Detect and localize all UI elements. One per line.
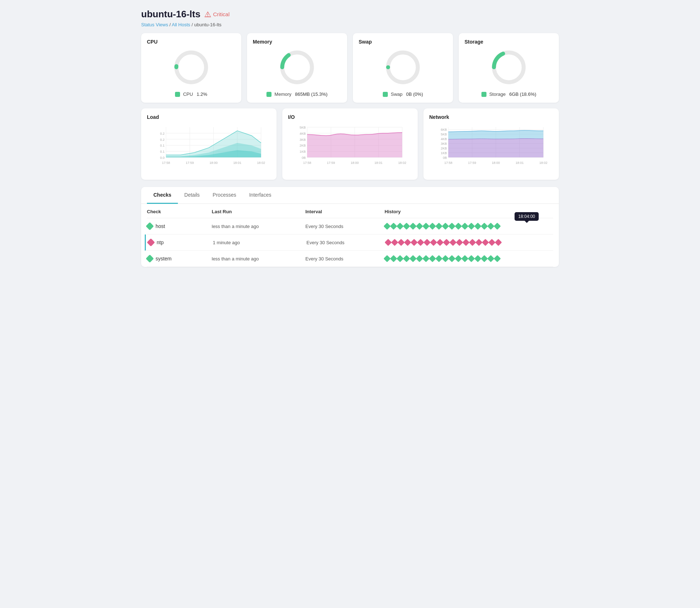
metric-title-swap: Swap bbox=[359, 39, 447, 45]
svg-text:2KB: 2KB bbox=[300, 144, 306, 147]
legend-storage: Storage 6GB (18.6%) bbox=[465, 91, 553, 97]
check-label: host bbox=[156, 223, 165, 229]
history-dot bbox=[436, 239, 444, 246]
svg-text:0.1: 0.1 bbox=[160, 144, 165, 147]
metric-card-cpu: CPU CPU 1.2% bbox=[141, 33, 241, 103]
history-dot bbox=[429, 255, 436, 262]
history-dot bbox=[482, 239, 489, 246]
history-dots bbox=[386, 240, 553, 245]
svg-point-4 bbox=[388, 53, 418, 82]
history-dots bbox=[385, 256, 553, 261]
history-dot bbox=[488, 239, 495, 246]
svg-text:5KB: 5KB bbox=[441, 133, 447, 136]
legend-label-memory: Memory bbox=[274, 91, 291, 97]
history-dot bbox=[429, 223, 436, 230]
history-dot bbox=[481, 255, 488, 262]
history-dot bbox=[474, 223, 481, 230]
svg-text:18:01: 18:01 bbox=[516, 161, 524, 165]
history-dot bbox=[390, 223, 397, 230]
chart-title-io: I/O bbox=[288, 114, 412, 120]
history-dot bbox=[442, 223, 449, 230]
tab-processes[interactable]: Processes bbox=[206, 187, 243, 204]
table-body: host less than a minute ago Every 30 Sec… bbox=[147, 218, 553, 267]
svg-text:18:02: 18:02 bbox=[539, 161, 548, 165]
history-dots: 18:04:00 bbox=[385, 224, 553, 229]
history-dot bbox=[383, 255, 391, 262]
check-status-dot bbox=[147, 238, 155, 247]
page-container: ubuntu-16-lts Critical Status Views / Al… bbox=[134, 0, 566, 276]
interval: Every 30 Seconds bbox=[305, 224, 385, 229]
chart-area-io: 5KB4KB3KB2KB1KB0B17:5817:5918:0018:0118:… bbox=[288, 124, 412, 174]
metric-title-cpu: CPU bbox=[147, 39, 235, 45]
svg-text:4KB: 4KB bbox=[441, 137, 447, 141]
svg-text:3KB: 3KB bbox=[300, 138, 306, 142]
history-dot bbox=[383, 223, 391, 230]
history-dot bbox=[461, 255, 468, 262]
chart-area-network: 6KB5KB4KB3KB2KB1KB0B17:5817:5918:0018:01… bbox=[429, 124, 553, 174]
history-dot bbox=[430, 239, 437, 246]
svg-text:0.2: 0.2 bbox=[160, 132, 165, 135]
status-label: Critical bbox=[213, 11, 230, 17]
history-dot bbox=[409, 255, 417, 262]
tab-details[interactable]: Details bbox=[178, 187, 206, 204]
col-interval: Interval bbox=[305, 209, 385, 214]
breadcrumb-all-hosts[interactable]: All Hosts bbox=[172, 22, 190, 27]
tabs-nav: ChecksDetailsProcessesInterfaces bbox=[141, 187, 559, 204]
legend-value-cpu: 1.2% bbox=[197, 91, 207, 97]
legend-value-storage: 6GB (18.6%) bbox=[509, 91, 536, 97]
svg-text:18:01: 18:01 bbox=[374, 161, 383, 165]
legend-label-cpu: CPU bbox=[183, 91, 193, 97]
tooltip: 18:04:00 bbox=[515, 212, 539, 221]
svg-point-0 bbox=[176, 53, 206, 82]
history-dot bbox=[468, 223, 475, 230]
svg-text:0B: 0B bbox=[302, 156, 306, 160]
history-dot bbox=[495, 239, 502, 246]
history-dot bbox=[462, 239, 470, 246]
title-row: ubuntu-16-lts Critical bbox=[141, 9, 559, 20]
tab-interfaces[interactable]: Interfaces bbox=[243, 187, 278, 204]
history-dot bbox=[435, 255, 443, 262]
history-dot bbox=[494, 255, 501, 262]
last-run: less than a minute ago bbox=[212, 256, 305, 261]
history-dot bbox=[474, 255, 481, 262]
status-badge: Critical bbox=[204, 11, 230, 18]
history-dot bbox=[403, 255, 410, 262]
interval: Every 30 Seconds bbox=[305, 256, 385, 261]
history-dot bbox=[422, 255, 430, 262]
table-row: system less than a minute ago Every 30 S… bbox=[147, 251, 553, 267]
svg-text:18:00: 18:00 bbox=[210, 161, 218, 165]
history-dot bbox=[443, 239, 450, 246]
history-dot bbox=[404, 239, 411, 246]
history-dot bbox=[409, 223, 417, 230]
chart-card-load: Load 0.20.20.10.10.017:5817:5918:0018:01… bbox=[141, 108, 277, 180]
history-dot bbox=[391, 239, 398, 246]
tab-checks[interactable]: Checks bbox=[147, 187, 178, 204]
table-header: Check Last Run Interval History bbox=[147, 204, 553, 218]
breadcrumb-status-views[interactable]: Status Views bbox=[141, 22, 168, 27]
donut-memory bbox=[253, 48, 341, 87]
warning-icon bbox=[204, 11, 211, 18]
history-dot bbox=[416, 223, 423, 230]
breadcrumb: Status Views / All Hosts / ubuntu-16-lts bbox=[141, 22, 559, 27]
history-dot bbox=[448, 255, 456, 262]
history-dot bbox=[468, 255, 475, 262]
svg-text:17:58: 17:58 bbox=[162, 161, 170, 165]
breadcrumb-current: ubuntu-16-lts bbox=[194, 22, 221, 27]
svg-text:3KB: 3KB bbox=[441, 142, 447, 146]
svg-text:4KB: 4KB bbox=[300, 132, 306, 135]
svg-text:17:59: 17:59 bbox=[327, 161, 335, 165]
svg-text:1KB: 1KB bbox=[441, 151, 447, 155]
metrics-grid: CPU CPU 1.2% Memory Memory 865MB (15.3%) bbox=[141, 33, 559, 103]
page-title: ubuntu-16-lts bbox=[141, 9, 201, 20]
history-dot bbox=[410, 239, 418, 246]
check-label: ntp bbox=[157, 240, 163, 245]
check-status-dot bbox=[146, 255, 154, 263]
header: ubuntu-16-lts Critical Status Views / Al… bbox=[141, 9, 559, 27]
check-status-dot bbox=[146, 222, 154, 231]
table-row: ntp 1 minute ago Every 30 Seconds bbox=[145, 234, 553, 251]
svg-text:18:01: 18:01 bbox=[233, 161, 242, 165]
svg-text:0B: 0B bbox=[443, 156, 447, 160]
history-dot bbox=[417, 239, 424, 246]
history-dot bbox=[435, 223, 443, 230]
history-dot bbox=[456, 239, 463, 246]
